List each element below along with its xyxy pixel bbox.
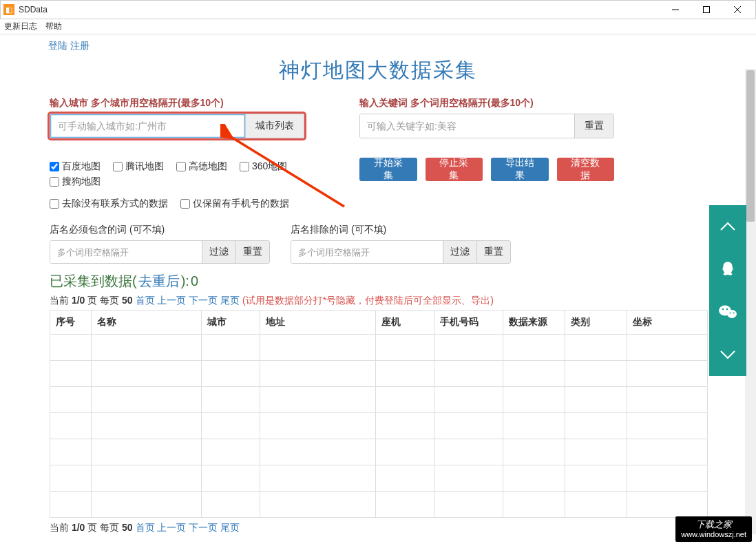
- remove-no-contact-checkbox[interactable]: 去除没有联系方式的数据: [50, 198, 168, 210]
- table-row: [50, 465, 708, 492]
- name-include-input[interactable]: [50, 241, 202, 263]
- tencent-label: 腾讯地图: [125, 160, 164, 173]
- maximize-button[interactable]: [691, 1, 722, 19]
- keyword-reset-button[interactable]: 重置: [574, 114, 613, 138]
- baidu-checkbox[interactable]: 百度地图: [50, 160, 101, 173]
- pager-page-b: 1/0: [72, 522, 85, 533]
- side-panel: [709, 205, 746, 376]
- side-up-button[interactable]: [709, 205, 746, 248]
- city-list-button[interactable]: 城市列表: [245, 114, 304, 138]
- pager-last[interactable]: 尾页: [220, 295, 240, 306]
- menu-update-log[interactable]: 更新日志: [4, 21, 37, 32]
- export-button[interactable]: 导出结果: [491, 158, 549, 181]
- name-include-group: 过滤 重置: [50, 240, 270, 264]
- map-source-row2: 搜狗地图: [50, 176, 304, 188]
- minimize-button[interactable]: [660, 1, 691, 19]
- gaode-label: 高德地图: [189, 160, 227, 173]
- collected-prefix: 已采集到数据(: [50, 272, 137, 291]
- table-row: [50, 413, 708, 439]
- data-table: 序号 名称 城市 地址 座机 手机号码 数据来源 类别 坐标: [50, 310, 708, 518]
- name-exclude-group: 过滤 重置: [291, 240, 511, 264]
- name-include-filter-button[interactable]: 过滤: [202, 241, 235, 263]
- pager-prev-b[interactable]: 上一页: [157, 522, 186, 533]
- svg-point-9: [730, 313, 731, 314]
- table-row: [50, 361, 708, 387]
- table-row: [50, 387, 708, 413]
- stop-collect-button[interactable]: 停止采集: [426, 158, 483, 181]
- th-name: 名称: [92, 311, 202, 335]
- th-source: 数据来源: [503, 311, 565, 335]
- pager-mid: 页 每页: [85, 295, 122, 306]
- window-controls: [660, 1, 753, 19]
- clear-button[interactable]: 清空数据: [557, 158, 615, 181]
- page-title: 神灯地图大数据采集: [0, 52, 756, 97]
- register-link[interactable]: 注册: [70, 40, 90, 51]
- name-exclude-label: 店名排除的词 (可不填): [291, 224, 511, 236]
- pager-next-b[interactable]: 下一页: [189, 522, 218, 533]
- keyword-input[interactable]: [360, 114, 574, 138]
- sogou-checkbox[interactable]: 搜狗地图: [50, 176, 101, 188]
- svg-point-7: [722, 308, 724, 310]
- collected-count: 0: [191, 273, 198, 289]
- svg-point-6: [727, 310, 737, 318]
- sogou-label: 搜狗地图: [62, 176, 101, 188]
- s360-label: 360地图: [252, 160, 287, 173]
- table-row: [50, 492, 708, 518]
- pager-first[interactable]: 首页: [136, 295, 155, 306]
- pager-prefix-b: 当前: [50, 522, 72, 533]
- city-input-group: 城市列表: [50, 114, 304, 138]
- city-label: 输入城市 多个城市用空格隔开(最多10个): [50, 97, 304, 109]
- scrollbar-thumb[interactable]: [746, 70, 755, 222]
- pager-bottom: 当前 1/0 页 每页 50 首页 上一页 下一页 尾页: [50, 522, 708, 534]
- side-wechat-button[interactable]: [709, 291, 746, 333]
- side-qq-button[interactable]: [709, 248, 746, 291]
- menubar: 更新日志 帮助: [0, 19, 756, 34]
- baidu-label: 百度地图: [62, 160, 101, 173]
- window-title: SDData: [19, 5, 660, 14]
- gaode-checkbox[interactable]: 高德地图: [176, 160, 227, 173]
- dedupe-link[interactable]: 去重后: [138, 272, 180, 291]
- data-filter-row: 去除没有联系方式的数据 仅保留有手机号的数据: [50, 198, 304, 210]
- keyword-input-group: 重置: [359, 114, 614, 138]
- name-exclude-input[interactable]: [291, 241, 443, 263]
- table-header-row: 序号 名称 城市 地址 座机 手机号码 数据来源 类别 坐标: [50, 311, 708, 335]
- watermark-url: www.windowszj.net: [681, 530, 746, 539]
- svg-point-8: [726, 308, 728, 310]
- s360-checkbox[interactable]: 360地图: [240, 160, 287, 173]
- side-down-button[interactable]: [709, 333, 746, 376]
- pager-next[interactable]: 下一页: [189, 295, 218, 306]
- table-body: [50, 335, 708, 518]
- table-row: [50, 439, 708, 465]
- login-link[interactable]: 登陆: [48, 40, 67, 51]
- name-exclude-reset-button[interactable]: 重置: [476, 241, 510, 263]
- th-category: 类别: [565, 311, 627, 335]
- close-button[interactable]: [722, 1, 753, 19]
- th-city: 城市: [202, 311, 260, 335]
- only-mobile-label: 仅保留有手机号的数据: [193, 198, 289, 210]
- pager-perpage-b: 50: [122, 522, 133, 533]
- remove-no-contact-label: 去除没有联系方式的数据: [62, 198, 168, 210]
- chevron-down-icon: [720, 350, 736, 359]
- pager-prev[interactable]: 上一页: [157, 295, 186, 306]
- tencent-checkbox[interactable]: 腾讯地图: [113, 160, 164, 173]
- start-collect-button[interactable]: 开始采集: [359, 158, 417, 181]
- watermark: 下载之家 www.windowszj.net: [675, 516, 752, 542]
- pager-prefix: 当前: [50, 295, 72, 306]
- name-include-reset-button[interactable]: 重置: [235, 241, 269, 263]
- keyword-label: 输入关键词 多个词用空格隔开(最多10个): [359, 97, 614, 109]
- pager-mid-b: 页 每页: [85, 522, 122, 533]
- name-exclude-filter-button[interactable]: 过滤: [443, 241, 476, 263]
- pager-page: 1/0: [72, 295, 85, 306]
- menu-help[interactable]: 帮助: [45, 21, 62, 32]
- collected-suffix: ):: [181, 273, 189, 289]
- name-include-label: 店名必须包含的词 (可不填): [50, 224, 270, 236]
- pager-first-b[interactable]: 首页: [136, 522, 155, 533]
- only-mobile-checkbox[interactable]: 仅保留有手机号的数据: [180, 198, 289, 210]
- pager-last-b[interactable]: 尾页: [220, 522, 240, 533]
- app-icon: ◧: [3, 4, 14, 15]
- action-buttons: 开始采集 停止采集 导出结果 清空数据: [359, 158, 614, 181]
- pager-perpage: 50: [122, 295, 133, 306]
- th-address: 地址: [260, 311, 376, 335]
- city-input[interactable]: [50, 114, 245, 138]
- map-source-row: 百度地图 腾讯地图 高德地图 360地图: [50, 160, 304, 173]
